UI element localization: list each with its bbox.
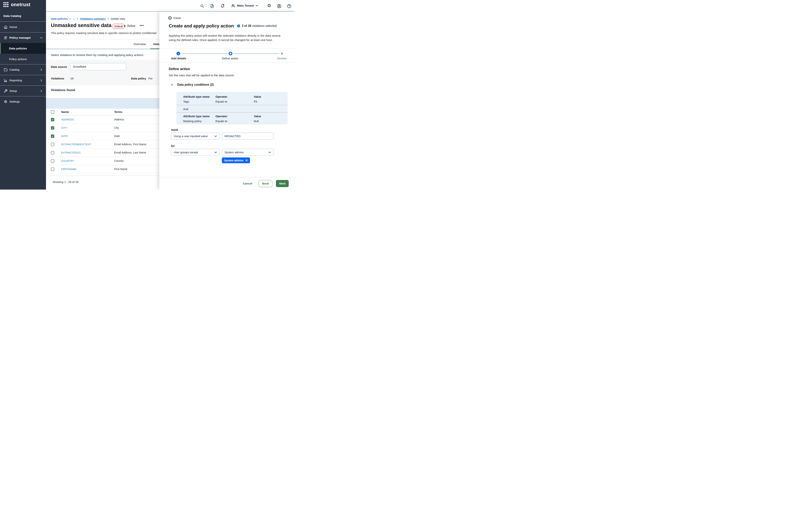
violation-terms: Email Address, Last Name xyxy=(114,151,146,154)
policy-description: This policy requires masking sensitive d… xyxy=(51,31,156,35)
violation-terms: Country xyxy=(114,159,124,162)
condition-attribute: Masking policy xyxy=(183,120,202,123)
chevron-down-icon xyxy=(214,135,217,138)
data-policy-label: Data policy xyxy=(131,77,146,80)
chevron-down-icon xyxy=(40,36,43,39)
sidebar-item-catalog[interactable]: Catalog xyxy=(0,64,46,75)
breadcrumb-separator: > xyxy=(69,17,71,20)
violation-name-link[interactable]: FIRSTNAME xyxy=(61,168,76,170)
breadcrumb-separator: > xyxy=(107,17,109,20)
policy-manager-list-icon xyxy=(4,36,7,40)
violations-instruction: Select violations to resolve them by cre… xyxy=(51,53,144,57)
sidebar-item-data-policies[interactable]: Data policies xyxy=(0,43,46,54)
sidebar-item-setup[interactable]: Setup xyxy=(0,86,46,96)
sidebar-item-label: Policy actions xyxy=(9,57,27,61)
chevron-right-icon xyxy=(40,90,43,92)
cancel-button[interactable]: Cancel xyxy=(242,182,253,185)
folder-icon xyxy=(4,68,7,72)
mask-method-dropdown[interactable]: Using a user inputted value xyxy=(171,133,220,140)
violation-name-link[interactable]: ADDRESS xyxy=(61,118,74,121)
sidebar-item-home[interactable]: Home xyxy=(0,22,46,32)
violation-name-link[interactable]: DATE xyxy=(61,135,68,138)
select-all-checkbox[interactable] xyxy=(51,110,54,114)
sidebar-item-settings[interactable]: ⚙ Settings xyxy=(0,96,46,107)
row-checkbox-unchecked[interactable] xyxy=(51,151,54,155)
sidebar-item-policy-manager[interactable]: Policy manager xyxy=(0,32,46,43)
close-label: Close xyxy=(173,16,181,20)
tenant-switcher[interactable]: Main Tenant xyxy=(231,0,259,11)
selected-count-suffix: violations selected xyxy=(252,24,277,28)
mask-value-input[interactable] xyxy=(222,133,274,140)
violations-count-label: Violations xyxy=(51,77,64,80)
global-settings-gear-icon[interactable]: ⚙ xyxy=(267,4,271,8)
tenant-chevron-down-icon xyxy=(256,4,259,7)
conditions-collapse-toggle[interactable]: Data policy conditions (2) xyxy=(170,83,214,86)
step-label-add-details: Add details xyxy=(171,57,186,60)
mask-method-value: Using a user inputted value xyxy=(174,134,208,138)
active-status-dot xyxy=(124,25,126,27)
row-checkbox-checked[interactable] xyxy=(51,118,54,121)
create-policy-action-panel: Close Create and apply policy action 3 o… xyxy=(159,12,294,190)
selected-group-chip[interactable]: System admins xyxy=(222,158,250,163)
condition-col-attribute: Attribute type name xyxy=(183,95,210,98)
notifications-bell-icon[interactable] xyxy=(220,4,225,8)
breadcrumb-violations-summary[interactable]: Violations summary xyxy=(80,17,106,20)
sidebar: onetrust Data Catalog Home Policy manage… xyxy=(0,0,46,190)
row-checkbox-checked[interactable] xyxy=(51,126,54,130)
sidebar-item-reporting[interactable]: Reporting xyxy=(0,75,46,86)
chevron-up-icon xyxy=(170,83,174,86)
sidebar-item-policy-actions[interactable]: Policy actions xyxy=(0,54,46,65)
chevron-down-icon xyxy=(214,151,217,154)
search-icon[interactable] xyxy=(200,4,204,8)
tab-overview[interactable]: Overview xyxy=(134,42,146,46)
info-icon xyxy=(237,24,240,28)
chevron-down-icon xyxy=(268,151,271,154)
tenant-name: Main Tenant xyxy=(237,4,254,7)
conditions-card: Attribute type name Operator Value Tags … xyxy=(176,92,287,124)
next-button[interactable]: Next xyxy=(276,180,289,187)
remove-chip-x-icon[interactable] xyxy=(245,159,248,162)
group-select-dropdown[interactable]: System admins xyxy=(222,149,274,156)
condition-value: PII xyxy=(254,100,257,103)
define-action-subtitle: Set the rules that will be applied to th… xyxy=(169,74,235,77)
data-source-input[interactable] xyxy=(70,63,126,70)
back-button[interactable]: Back xyxy=(259,180,272,187)
breadcrumb-separator: > xyxy=(77,17,78,20)
row-checkbox-unchecked[interactable] xyxy=(51,159,54,163)
product-name: Data Catalog xyxy=(3,14,21,18)
condition-operator: Equals to xyxy=(215,120,227,123)
page-title: Unmasked sensitive data xyxy=(51,22,112,29)
violation-name-link[interactable]: EXTRACTEDBODYTEXT xyxy=(61,143,91,146)
violation-terms: Email Address, First Name xyxy=(114,143,146,146)
sidebar-item-label: Policy manager xyxy=(10,36,31,39)
row-checkbox-unchecked[interactable] xyxy=(51,143,54,146)
stepper-connector xyxy=(233,53,280,54)
more-actions-menu[interactable]: ••• xyxy=(140,23,144,28)
breadcrumb-data-policies[interactable]: Data policies xyxy=(51,17,68,20)
violation-name-link[interactable]: CITY xyxy=(61,126,67,129)
step-complete-icon xyxy=(176,52,180,55)
settings-gear-icon: ⚙ xyxy=(4,100,7,104)
step-label-review: Review xyxy=(277,57,286,60)
group-select-value: System admins xyxy=(225,151,244,154)
chevron-right-icon xyxy=(40,68,43,71)
close-panel-button[interactable]: Close xyxy=(168,16,181,20)
document-check-icon[interactable] xyxy=(210,4,214,8)
account-icon[interactable] xyxy=(277,4,281,8)
pagination-status: Showing 1 - 28 of 28 xyxy=(53,180,78,183)
condition-col-operator: Operator xyxy=(215,114,227,118)
violation-name-link[interactable]: EXTRACTEDCC xyxy=(61,151,81,154)
violation-terms: City xyxy=(114,126,119,129)
status-label: Active xyxy=(127,24,135,28)
condition-divider xyxy=(176,105,287,105)
breadcrumb-ellipsis[interactable]: ... xyxy=(73,17,75,20)
close-arrow-circle-icon xyxy=(168,16,172,20)
sidebar-item-label: Home xyxy=(10,25,17,29)
row-checkbox-unchecked[interactable] xyxy=(51,167,54,171)
violation-name-link[interactable]: COUNTRY xyxy=(61,160,74,162)
condition-value: Null xyxy=(254,120,259,123)
define-action-heading: Define action xyxy=(169,67,190,71)
user-groups-dropdown[interactable]: User groups except xyxy=(171,149,220,156)
help-icon[interactable] xyxy=(287,4,291,8)
row-checkbox-checked[interactable] xyxy=(51,134,54,138)
